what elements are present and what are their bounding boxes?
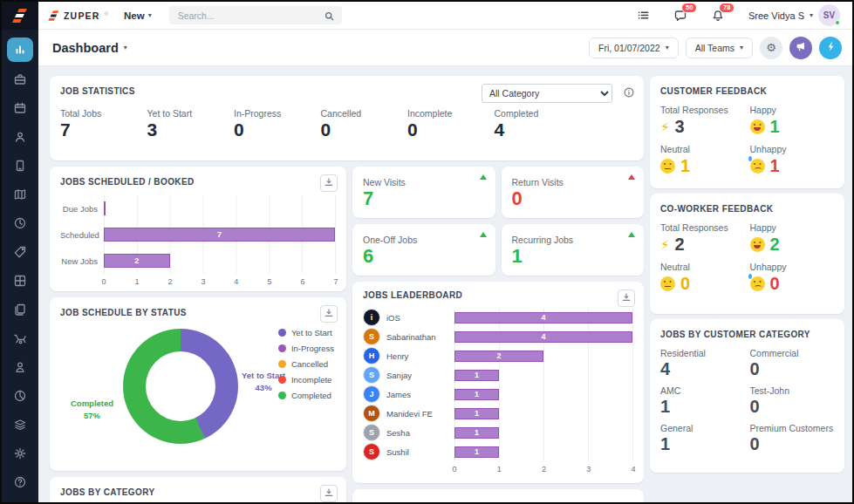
sidebar-item-apps[interactable] xyxy=(7,269,33,292)
stat-value: 1 xyxy=(660,397,745,417)
stat-value: 4 xyxy=(660,359,745,379)
new-menu-label: New xyxy=(124,10,145,21)
visit-value: 7 xyxy=(363,187,485,210)
announcements-button[interactable] xyxy=(789,37,812,59)
customer-category-stat: General1 xyxy=(660,423,745,454)
stat-value: 0 xyxy=(750,359,835,379)
legend-item: Completed xyxy=(278,391,334,400)
stat-yet-to-start: Yet to Start3 xyxy=(147,108,235,140)
sidebar-item-settings[interactable] xyxy=(7,441,33,465)
notifications-button[interactable]: 78 xyxy=(711,9,725,23)
leaderboard-name: iOS xyxy=(386,313,454,323)
avatar: H xyxy=(363,347,380,364)
chevron-down-icon: ▾ xyxy=(666,44,669,51)
sidebar-item-jobs[interactable] xyxy=(7,67,33,91)
chevron-down-icon: ▾ xyxy=(810,11,813,19)
leaderboard-bar: 1 xyxy=(454,370,499,381)
download-button[interactable] xyxy=(320,174,338,192)
sidebar-item-service-areas[interactable] xyxy=(7,182,33,206)
stat-value: 0 xyxy=(407,119,495,140)
metric-value: 2 xyxy=(675,235,685,255)
page-title-menu[interactable]: Dashboard ▾ xyxy=(52,41,127,55)
jobs-scheduled-chart: Due Jobs Scheduled7 New Jobs2 0 1 2 3 4 … xyxy=(60,195,336,287)
x-tick: 2 xyxy=(542,465,546,473)
avatar: S xyxy=(363,424,380,441)
trend-up-icon xyxy=(628,232,635,237)
tablet-icon xyxy=(13,159,27,173)
avatar: i xyxy=(363,309,380,326)
visit-value: 6 xyxy=(363,245,485,268)
leaderboard-bar: 4 xyxy=(454,331,632,343)
stat-value: 7 xyxy=(60,119,147,140)
sidebar-item-integrations[interactable] xyxy=(7,412,33,436)
quick-actions-button[interactable] xyxy=(819,37,842,59)
sidebar-item-reports[interactable] xyxy=(7,384,33,407)
sidebar-item-dispatch-board[interactable] xyxy=(7,96,33,119)
recurring-jobs-card: Recurring Jobs1 xyxy=(502,224,645,276)
stat-label: Test-John xyxy=(750,385,835,396)
visit-label: New Visits xyxy=(363,177,485,187)
metric-value: 1 xyxy=(680,156,690,176)
avatar: M xyxy=(363,405,380,422)
chat-button[interactable]: 50 xyxy=(673,9,687,23)
happy-face-icon xyxy=(750,237,765,252)
legend-label: Yet to Start xyxy=(291,328,332,337)
x-tick: 3 xyxy=(202,277,206,286)
x-tick: 3 xyxy=(586,465,591,473)
zuper-logo[interactable] xyxy=(2,2,38,30)
new-menu-button[interactable]: New ▾ xyxy=(124,10,152,21)
sidebar-item-devices[interactable] xyxy=(7,153,33,177)
metric-value: 0 xyxy=(680,274,690,294)
metric-value: 0 xyxy=(770,274,780,294)
download-button[interactable] xyxy=(320,485,338,502)
avatar: J xyxy=(363,385,380,403)
x-tick: 6 xyxy=(300,277,304,286)
search-input[interactable] xyxy=(169,6,342,24)
jobs-by-category-card: JOBS BY CATEGORY xyxy=(50,477,346,502)
card-title: JOBS SCHEDULED / BOOKED xyxy=(60,177,336,187)
job-schedule-by-status-card: JOB SCHEDULE BY STATUS Yet to Start43% C… xyxy=(50,297,346,471)
lightning-icon xyxy=(825,41,837,55)
legend-item: Incomplete xyxy=(278,375,334,385)
sidebar-item-help[interactable] xyxy=(7,470,33,494)
dashboard-settings-button[interactable]: ⚙ xyxy=(760,37,782,59)
sidebar-item-customers[interactable] xyxy=(7,125,33,148)
x-tick: 0 xyxy=(452,465,456,473)
layers-icon xyxy=(13,418,27,432)
sidebar-item-documents[interactable] xyxy=(7,297,33,321)
bar-value-label: 4 xyxy=(541,332,545,341)
info-icon[interactable] xyxy=(623,86,635,102)
customer-category-stat: Premium Customers0 xyxy=(750,423,835,454)
app-window: ZUPER ® New ▾ 50 78 xyxy=(2,2,852,502)
pie-chart-icon xyxy=(13,389,27,403)
page-title: Dashboard xyxy=(52,41,119,55)
sidebar-item-tags[interactable] xyxy=(7,240,33,263)
bar-category-label: Scheduled xyxy=(60,230,104,240)
online-status-dot xyxy=(835,20,840,25)
date-filter-button[interactable]: Fri, 01/07/2022▾ xyxy=(589,37,679,58)
stat-label: Total Jobs xyxy=(60,108,147,119)
download-button[interactable] xyxy=(618,289,635,307)
stat-label: Yet to Start xyxy=(147,108,235,119)
jobs-leaderboard-card: JOBS LEADERBOARD iiOS4 SSabarinathan4 HH… xyxy=(352,282,644,483)
gear-icon xyxy=(13,446,27,460)
sidebar-item-dashboard[interactable] xyxy=(7,37,33,62)
team-filter-button[interactable]: All Teams▾ xyxy=(686,37,753,58)
gear-icon: ⚙ xyxy=(766,41,776,54)
user-menu[interactable]: Sree Vidya S ▾ SV xyxy=(748,4,840,26)
stat-value: 1 xyxy=(660,434,745,454)
leaderboard-name: Sabarinathan xyxy=(386,332,454,342)
sidebar-item-users[interactable] xyxy=(7,355,33,378)
page-header: Dashboard ▾ Fri, 01/07/2022▾ All Teams▾ … xyxy=(38,30,852,66)
category-filter-select[interactable]: All Category xyxy=(482,84,612,103)
legend-item: Yet to Start xyxy=(278,328,334,337)
customer-category-stat: AMC1 xyxy=(660,385,745,417)
task-list-button[interactable] xyxy=(637,9,650,22)
sidebar-item-timesheets[interactable] xyxy=(7,211,33,235)
leaderboard-name: Henry xyxy=(386,351,454,361)
neutral-face-icon xyxy=(660,276,675,291)
card-title: JOB SCHEDULE BY STATUS xyxy=(60,308,336,317)
sidebar-item-parts[interactable] xyxy=(7,326,33,350)
user-icon xyxy=(13,360,27,374)
feedback-unhappy: Unhappy1 xyxy=(750,144,835,176)
